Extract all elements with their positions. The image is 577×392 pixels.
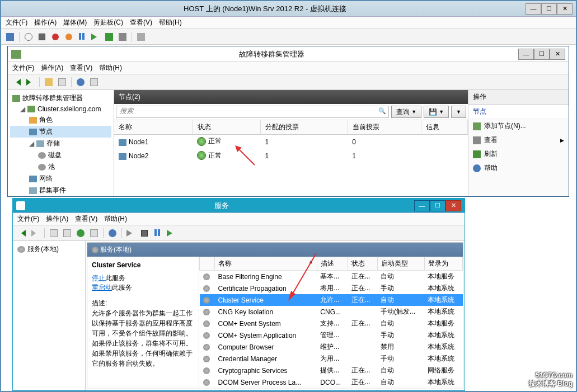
fc-forward-icon[interactable]	[25, 77, 36, 88]
search-input[interactable]: 搜索	[116, 106, 389, 118]
save-icon[interactable]	[63, 31, 74, 42]
fc-minimize-button[interactable]: —	[518, 49, 534, 60]
save-button[interactable]: 💾 ▼	[424, 106, 449, 118]
tree-roles[interactable]: 角色	[10, 114, 111, 126]
svc-col-startup[interactable]: 启动类型	[377, 257, 424, 271]
svc-restart-icon[interactable]	[166, 228, 177, 239]
svc-col-status[interactable]: 状态	[348, 257, 377, 271]
fc-tree[interactable]: 故障转移群集管理器 ◢Cluster.sxleilong.com 角色 节点 ◢…	[8, 90, 114, 196]
svc-menu-file[interactable]: 文件(F)	[17, 214, 39, 224]
svc-menu-action[interactable]: 操作(A)	[46, 214, 68, 224]
svc-forward-icon[interactable]	[30, 228, 41, 239]
svc-grid[interactable]: 名称 ▲ 描述 状态 启动类型 登录为 Base Filtering Engin…	[199, 257, 463, 389]
query-button[interactable]: 查询 ▼	[391, 106, 421, 118]
close-button[interactable]: ✕	[557, 3, 573, 15]
stop-link[interactable]: 停止	[92, 274, 105, 282]
svc-refresh-icon[interactable]	[75, 228, 86, 239]
svc-maximize-button[interactable]: ☐	[430, 200, 445, 211]
svc-start-icon[interactable]	[125, 228, 137, 239]
table-row[interactable]: Credential Manager为用...手动本地系统	[200, 353, 463, 365]
col-current[interactable]: 当前投票	[348, 120, 421, 135]
restart-link[interactable]: 重启动	[92, 284, 112, 291]
action-refresh[interactable]: 刷新	[468, 147, 569, 161]
table-row[interactable]: Cryptographic Services提供...正在...自动网络服务	[200, 365, 463, 376]
fc-properties-icon[interactable]	[43, 77, 54, 88]
revert-icon[interactable]	[117, 31, 128, 42]
table-row[interactable]: DCOM Server Process La...DCO...正在...自动本地…	[200, 376, 463, 388]
svc-export-icon[interactable]	[62, 228, 73, 239]
checkpoint-icon[interactable]	[104, 31, 115, 42]
menu-file[interactable]: 文件(F)	[6, 18, 27, 27]
table-row[interactable]: COM+ System Application管理...手动本地系统	[200, 329, 463, 341]
table-row[interactable]: Cluster Service允许...正在...自动本地系统	[200, 294, 463, 306]
table-row[interactable]: COM+ Event System支持...正在...自动本地服务	[200, 318, 463, 329]
expander-icon[interactable]: ◢	[29, 140, 34, 148]
fc-help-icon[interactable]	[75, 77, 86, 88]
menu-help[interactable]: 帮助(H)	[159, 18, 182, 27]
reset-icon[interactable]	[90, 31, 101, 42]
fc-menu-help[interactable]: 帮助(H)	[99, 63, 122, 73]
action-add-node[interactable]: 添加节点(N)...	[468, 119, 569, 133]
col-status[interactable]: 状态	[193, 120, 260, 135]
expander-icon[interactable]: ◢	[20, 105, 25, 113]
svc-minimize-button[interactable]: —	[414, 200, 430, 211]
fc-menu-action[interactable]: 操作(A)	[41, 63, 63, 73]
table-row[interactable]: Node2正常11	[114, 149, 468, 164]
turnoff-icon[interactable]	[36, 31, 48, 42]
col-assigned[interactable]: 分配的投票	[261, 120, 348, 135]
tree-events[interactable]: 群集事件	[10, 185, 111, 196]
start-icon[interactable]	[23, 31, 34, 42]
table-row[interactable]: Computer Browser维护...禁用本地系统	[200, 341, 463, 353]
svc-col-desc[interactable]: 描述	[317, 257, 348, 271]
svc-close-button[interactable]: ✕	[445, 200, 461, 211]
fc-close-button[interactable]: ✕	[550, 49, 565, 60]
table-row[interactable]: Base Filtering Engine基本...正在...自动本地服务	[200, 271, 463, 283]
fc-maximize-button[interactable]: ☐	[534, 49, 550, 60]
tree-nodes[interactable]: 节点	[10, 126, 111, 138]
tree-root[interactable]: 故障转移群集管理器	[10, 92, 111, 104]
fc-panel-icon[interactable]	[88, 77, 100, 88]
svc-delete-icon[interactable]	[88, 228, 100, 239]
tree-cluster[interactable]: ◢Cluster.sxleilong.com	[10, 104, 111, 114]
table-row[interactable]: CNG Key IsolationCNG...手动(触发...本地系统	[200, 306, 463, 318]
col-info[interactable]: 信息	[421, 120, 468, 135]
services-icon	[16, 201, 25, 210]
svc-help-icon[interactable]	[107, 228, 118, 239]
fc-menu-view[interactable]: 查看(V)	[70, 63, 92, 73]
svc-toolbar	[13, 225, 465, 241]
fc-refresh-icon[interactable]	[57, 77, 68, 88]
shutdown-icon[interactable]	[50, 31, 61, 42]
menu-view[interactable]: 查看(V)	[130, 18, 152, 27]
svc-props-icon[interactable]	[48, 228, 59, 239]
svc-tree-local[interactable]: 服务(本地)	[15, 243, 83, 255]
menu-action[interactable]: 操作(A)	[34, 18, 57, 27]
tree-network[interactable]: 网络	[10, 173, 111, 185]
svc-back-icon[interactable]	[16, 228, 27, 239]
ctrl-alt-del-icon[interactable]	[4, 31, 16, 42]
fc-back-icon[interactable]	[11, 77, 22, 88]
more-button[interactable]: ▼	[451, 106, 466, 118]
svc-tree[interactable]: 服务(本地)	[13, 241, 86, 390]
svc-col-name[interactable]: 名称 ▲	[215, 257, 317, 271]
pause-icon[interactable]	[77, 31, 88, 42]
svc-col-logon[interactable]: 登录为	[424, 257, 462, 271]
svc-stop-icon[interactable]	[139, 228, 150, 239]
fc-menu-file[interactable]: 文件(F)	[12, 63, 34, 73]
gear-icon	[17, 246, 25, 253]
action-view[interactable]: 查看▶	[468, 133, 569, 147]
menu-clipboard[interactable]: 剪贴板(C)	[93, 18, 123, 27]
svc-menu-help[interactable]: 帮助(H)	[104, 214, 127, 224]
col-name[interactable]: 名称	[114, 120, 193, 135]
table-row[interactable]: Certificate Propagation将用...正在...手动本地系统	[200, 282, 463, 294]
svc-pause-icon[interactable]	[152, 228, 163, 239]
maximize-button[interactable]: ☐	[541, 3, 557, 15]
svc-menu-view[interactable]: 查看(V)	[75, 214, 97, 224]
share-icon[interactable]	[135, 31, 147, 42]
tree-disks[interactable]: 磁盘	[10, 149, 111, 161]
menu-media[interactable]: 媒体(M)	[63, 18, 87, 27]
tree-pools[interactable]: 池	[10, 161, 111, 173]
table-row[interactable]: Node1正常10	[114, 135, 468, 149]
action-help[interactable]: 帮助	[468, 161, 569, 175]
tree-storage[interactable]: ◢存储	[10, 138, 111, 149]
minimize-button[interactable]: —	[526, 3, 541, 15]
